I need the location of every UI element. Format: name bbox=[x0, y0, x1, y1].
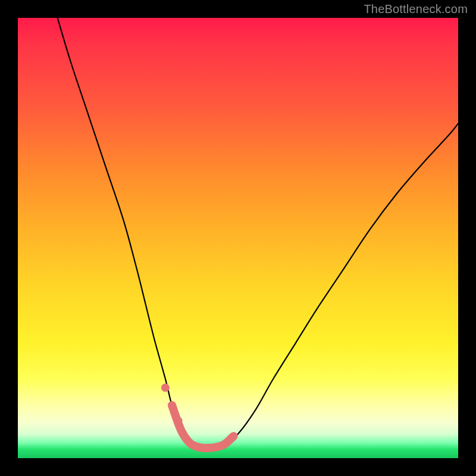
highlight-dot bbox=[168, 402, 176, 409]
outer-frame: TheBottleneck.com bbox=[0, 0, 476, 476]
watermark-text: TheBottleneck.com bbox=[364, 2, 468, 16]
chart-svg bbox=[18, 18, 458, 458]
bottleneck-curve bbox=[58, 18, 458, 448]
highlight-dot bbox=[161, 384, 170, 392]
bottom-highlight-line bbox=[172, 405, 234, 448]
highlight-dot bbox=[175, 417, 183, 425]
plot-area bbox=[18, 18, 458, 458]
bottom-highlight-dots bbox=[161, 384, 183, 425]
